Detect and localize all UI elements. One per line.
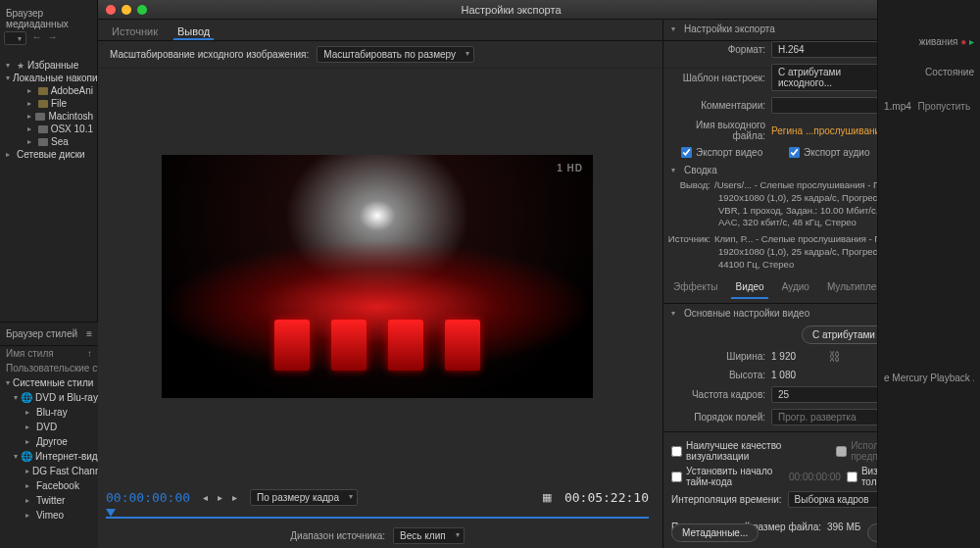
tab-source[interactable]: Источник xyxy=(108,24,162,40)
play-queue-icon[interactable]: ▸ xyxy=(969,36,974,47)
style-group[interactable]: ▾🌐Интернет-виде xyxy=(0,449,98,464)
export-audio-checkbox[interactable]: Экспорт аудио xyxy=(789,147,883,158)
preview-frame[interactable]: 1 HD xyxy=(162,155,593,398)
source-range-label: Диапазон источника: xyxy=(290,530,385,541)
best-quality-checkbox[interactable]: Наилучшее качество визуализации xyxy=(671,440,830,462)
back-icon[interactable]: ← xyxy=(32,31,42,45)
style-group[interactable]: ▾🌐DVD и Blu-ray xyxy=(0,390,98,405)
subtab-audio[interactable]: Аудио xyxy=(778,279,813,299)
network-drives-node[interactable]: ▸Сетевые диски xyxy=(0,148,97,161)
minimize-icon[interactable] xyxy=(122,5,131,15)
scale-label: Масштабирование исходного изображения: xyxy=(110,49,309,60)
time-interp-select[interactable]: Выборка кадров xyxy=(788,491,888,508)
timecode-out[interactable]: 00:05:22:10 xyxy=(564,490,649,505)
style-item[interactable]: ▸Другое xyxy=(0,434,98,449)
start-tc-value: 00:00:00:00 xyxy=(789,472,841,482)
source-range-select[interactable]: Весь клип xyxy=(393,527,465,544)
subtab-effects[interactable]: Эффекты xyxy=(669,279,721,299)
export-video-checkbox[interactable]: Экспорт видео xyxy=(681,147,775,158)
tab-output[interactable]: Вывод xyxy=(173,24,214,40)
status-header: Состояние xyxy=(884,64,974,80)
favorites-node[interactable]: ▾★Избранные xyxy=(0,59,97,72)
system-styles-node[interactable]: ▾Системные стили xyxy=(0,375,98,390)
queue-panel: живания ● ▸ Состояние 1.mp4 Пропустить e… xyxy=(877,0,980,548)
playhead-icon[interactable] xyxy=(106,509,116,517)
set-timecode-checkbox[interactable]: Установить начало тайм-кода xyxy=(671,466,783,487)
time-interp-label: Интерполяция времени: xyxy=(671,494,782,505)
style-item[interactable]: ▸Twitter xyxy=(0,493,98,508)
media-browser-title: Браузер медиаданных xyxy=(0,0,97,35)
export-dialog: Настройки экспорта Источник Вывод Масшта… xyxy=(98,0,877,548)
titlebar: Настройки экспорта xyxy=(98,0,877,20)
timecode-in[interactable]: 00:00:00:00 xyxy=(106,490,190,505)
record-icon[interactable]: ● xyxy=(960,36,966,47)
window-title: Настройки экспорта xyxy=(153,4,869,16)
safe-margins-icon[interactable]: ▦ xyxy=(539,489,555,506)
timeline-scrubber[interactable] xyxy=(106,513,649,523)
tree-item[interactable]: ▸File xyxy=(0,97,97,110)
metadata-button[interactable]: Метаданные... xyxy=(671,523,759,542)
style-item[interactable]: ▸Facebook xyxy=(0,478,98,493)
link-dimensions-icon[interactable]: ⛓ xyxy=(825,350,845,364)
subtab-video[interactable]: Видео xyxy=(731,279,767,299)
zoom-icon[interactable] xyxy=(137,5,147,15)
styles-panel: Браузер стилей≡ Имя стиля ↑ Пользователь… xyxy=(0,322,98,548)
step-back-icon[interactable]: ◂ xyxy=(200,490,211,505)
preview-area: 1 HD 00:00:00:00 ◂ ▸ ▸ По размеру кадра … xyxy=(98,67,657,548)
queue-file[interactable]: 1.mp4 xyxy=(884,101,911,112)
scale-select[interactable]: Масштабировать по размеру xyxy=(317,46,474,63)
tree-item[interactable]: ▸OSX 10.1 xyxy=(0,123,97,135)
width-value[interactable]: 1 920 xyxy=(771,351,796,362)
style-item[interactable]: ▸Vimeo xyxy=(0,508,98,523)
media-filter-select[interactable] xyxy=(4,31,26,45)
close-icon[interactable] xyxy=(106,5,116,15)
tree-item[interactable]: ▸AdobeAni xyxy=(0,84,97,97)
local-drives-node[interactable]: ▾Локальные накопи xyxy=(0,72,97,84)
tree-item[interactable]: ▸Sea xyxy=(0,135,97,148)
style-item[interactable]: ▸DG Fast Channe xyxy=(0,464,98,478)
skip-link[interactable]: Пропустить xyxy=(918,101,971,112)
forward-icon[interactable]: → xyxy=(48,31,58,45)
renderer-label: e Mercury Playback ... xyxy=(884,370,974,386)
style-name-label: Имя стиля xyxy=(6,348,54,359)
styles-title: Браузер стилей xyxy=(6,328,77,339)
zoom-fit-select[interactable]: По размеру кадра xyxy=(250,489,358,506)
panel-menu-icon[interactable]: ≡ xyxy=(86,328,92,339)
play-icon[interactable]: ▸ xyxy=(215,490,225,505)
tree-item[interactable]: ▸Macintosh xyxy=(0,110,97,123)
style-item[interactable]: ▸DVD xyxy=(0,420,98,434)
channel-watermark: 1 HD xyxy=(557,163,583,174)
height-value[interactable]: 1 080 xyxy=(771,370,796,380)
style-item[interactable]: ▸Blu-ray xyxy=(0,405,98,420)
step-fwd-icon[interactable]: ▸ xyxy=(229,490,240,505)
